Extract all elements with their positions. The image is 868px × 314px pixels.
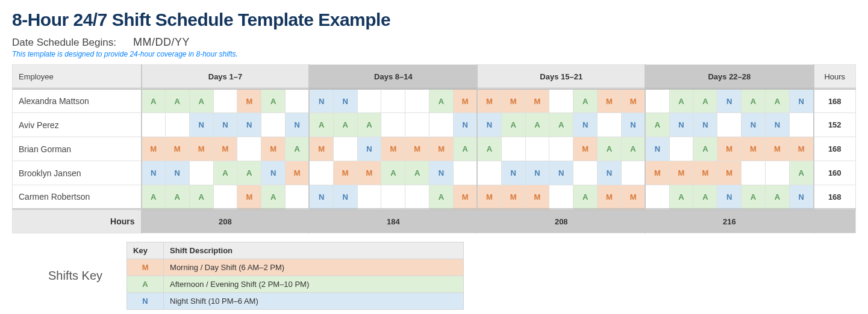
shift-cell[interactable]: A [501,113,525,137]
shift-cell[interactable]: N [645,137,669,161]
shift-cell[interactable]: N [717,89,742,113]
shift-cell[interactable] [165,113,189,137]
shift-cell[interactable]: M [165,137,189,161]
shift-cell[interactable]: N [333,185,357,209]
shift-cell[interactable] [237,137,261,161]
shift-cell[interactable]: A [573,89,598,113]
shift-cell[interactable] [381,113,405,137]
shift-cell[interactable] [621,161,645,185]
shift-cell[interactable]: N [213,113,237,137]
shift-cell[interactable] [429,113,454,137]
shift-cell[interactable]: M [645,161,669,185]
shift-cell[interactable]: N [357,137,381,161]
shift-cell[interactable]: M [742,137,766,161]
shift-cell[interactable]: M [429,137,454,161]
shift-cell[interactable]: N [333,89,357,113]
shift-cell[interactable] [213,89,237,113]
shift-cell[interactable]: M [621,185,645,209]
shift-cell[interactable] [405,185,429,209]
shift-cell[interactable]: N [165,161,189,185]
shift-cell[interactable]: M [142,137,166,161]
shift-cell[interactable]: A [165,89,189,113]
shift-cell[interactable]: A [405,161,429,185]
shift-cell[interactable]: A [261,185,286,209]
shift-cell[interactable]: A [261,89,286,113]
shift-cell[interactable]: A [453,137,477,161]
shift-cell[interactable]: N [309,89,333,113]
shift-cell[interactable]: N [549,161,573,185]
shift-cell[interactable] [598,113,622,137]
shift-cell[interactable]: M [598,185,622,209]
shift-cell[interactable]: M [213,137,237,161]
shift-cell[interactable] [357,185,381,209]
shift-cell[interactable]: A [693,89,717,113]
shift-cell[interactable]: A [165,185,189,209]
shift-cell[interactable]: M [501,89,525,113]
shift-cell[interactable] [333,137,357,161]
shift-cell[interactable]: A [525,113,549,137]
shift-cell[interactable]: M [717,137,742,161]
shift-cell[interactable]: N [189,113,213,137]
shift-cell[interactable]: M [621,89,645,113]
shift-cell[interactable] [549,89,573,113]
date-schedule-value[interactable]: MM/DD/YY [133,36,190,49]
shift-cell[interactable]: A [429,89,454,113]
shift-cell[interactable] [142,113,166,137]
shift-cell[interactable]: N [477,113,501,137]
shift-cell[interactable] [717,113,742,137]
shift-cell[interactable] [189,161,213,185]
shift-cell[interactable]: A [213,161,237,185]
shift-cell[interactable] [405,89,429,113]
shift-cell[interactable]: N [142,161,166,185]
shift-cell[interactable]: A [477,137,501,161]
shift-cell[interactable]: M [237,89,261,113]
shift-cell[interactable] [669,137,693,161]
shift-cell[interactable]: N [765,113,789,137]
shift-cell[interactable]: M [693,161,717,185]
shift-cell[interactable]: M [405,137,429,161]
shift-cell[interactable]: A [645,113,669,137]
shift-cell[interactable]: N [621,113,645,137]
shift-cell[interactable]: M [237,185,261,209]
shift-cell[interactable]: N [693,113,717,137]
shift-cell[interactable]: A [765,89,789,113]
shift-cell[interactable]: M [261,137,286,161]
shift-cell[interactable]: N [309,185,333,209]
shift-cell[interactable]: A [669,185,693,209]
shift-cell[interactable]: A [598,137,622,161]
shift-cell[interactable]: M [333,161,357,185]
shift-cell[interactable]: N [501,161,525,185]
shift-cell[interactable]: M [477,89,501,113]
shift-cell[interactable]: A [789,161,813,185]
shift-cell[interactable] [549,137,573,161]
shift-cell[interactable] [213,185,237,209]
shift-cell[interactable]: N [789,185,813,209]
shift-cell[interactable]: N [286,113,310,137]
shift-cell[interactable]: A [381,161,405,185]
shift-cell[interactable] [573,161,598,185]
shift-cell[interactable]: M [477,185,501,209]
shift-cell[interactable]: M [525,185,549,209]
shift-cell[interactable]: M [717,161,742,185]
shift-cell[interactable] [286,185,310,209]
shift-cell[interactable] [765,161,789,185]
shift-cell[interactable] [645,89,669,113]
shift-cell[interactable] [525,137,549,161]
shift-cell[interactable]: M [381,137,405,161]
shift-cell[interactable] [742,161,766,185]
shift-cell[interactable]: M [309,137,333,161]
shift-cell[interactable] [549,185,573,209]
shift-cell[interactable]: M [501,185,525,209]
shift-cell[interactable]: N [669,113,693,137]
shift-cell[interactable]: M [789,137,813,161]
shift-cell[interactable]: A [549,113,573,137]
shift-cell[interactable]: M [573,137,598,161]
shift-cell[interactable]: N [789,89,813,113]
shift-cell[interactable]: N [742,113,766,137]
shift-cell[interactable] [453,161,477,185]
shift-cell[interactable]: A [693,185,717,209]
shift-cell[interactable]: N [525,161,549,185]
shift-cell[interactable]: M [765,137,789,161]
shift-cell[interactable] [405,113,429,137]
shift-cell[interactable]: N [573,113,598,137]
